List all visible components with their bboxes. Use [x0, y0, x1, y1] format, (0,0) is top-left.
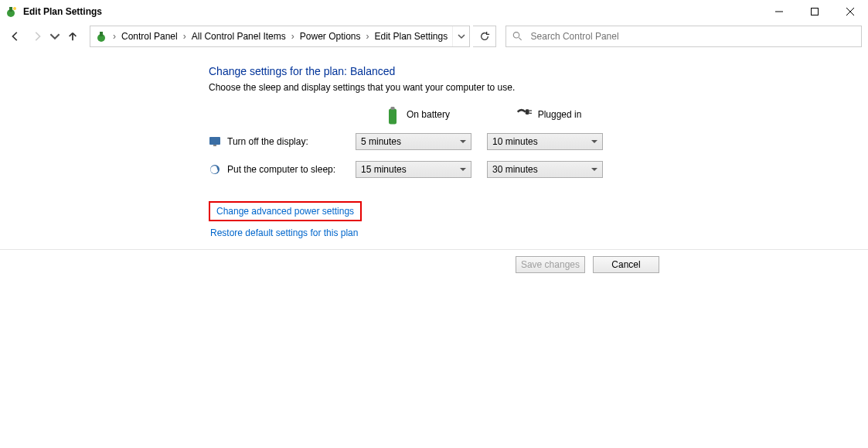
advanced-settings-link[interactable]: Change advanced power settings — [216, 206, 354, 217]
row-sleep-label: Put the computer to sleep: — [209, 163, 348, 176]
title-bar: Edit Plan Settings — [0, 0, 868, 23]
sleep-plugged-select[interactable]: 30 minutes — [487, 161, 603, 178]
page-description: Choose the sleep and display settings th… — [209, 82, 868, 93]
svg-rect-16 — [209, 137, 220, 145]
column-header-battery: On battery — [356, 107, 479, 122]
svg-rect-12 — [390, 107, 394, 110]
maximize-button[interactable] — [797, 0, 832, 23]
nav-bar: › Control Panel › All Control Panel Item… — [0, 23, 868, 50]
display-icon — [209, 135, 221, 148]
breadcrumb-item[interactable]: All Control Panel Items — [187, 28, 291, 45]
refresh-button[interactable] — [473, 26, 496, 47]
column-label: On battery — [407, 109, 450, 120]
save-button[interactable]: Save changes — [516, 256, 585, 273]
recent-locations-dropdown[interactable] — [49, 27, 60, 46]
forward-button[interactable] — [28, 27, 46, 46]
address-bar-icon — [97, 30, 109, 43]
breadcrumb: Control Panel › All Control Panel Items … — [117, 28, 452, 45]
display-plugged-select[interactable]: 10 minutes — [487, 133, 603, 150]
breadcrumb-item[interactable]: Power Options — [295, 28, 366, 45]
footer: Save changes Cancel — [0, 250, 868, 273]
svg-point-2 — [13, 7, 16, 10]
settings-grid: On battery Plugged in Turn off the displ… — [209, 107, 868, 178]
svg-point-9 — [513, 32, 519, 38]
breadcrumb-item[interactable]: Control Panel — [117, 28, 182, 45]
up-button[interactable] — [63, 27, 82, 46]
svg-line-10 — [519, 38, 522, 40]
cancel-button[interactable]: Cancel — [593, 256, 659, 273]
breadcrumb-item[interactable]: Edit Plan Settings — [369, 28, 452, 45]
content-area: Change settings for the plan: Balanced C… — [0, 50, 868, 238]
svg-rect-4 — [812, 9, 819, 15]
sleep-icon — [209, 163, 221, 176]
search-box[interactable] — [505, 26, 862, 47]
row-display-label: Turn off the display: — [209, 135, 348, 148]
page-heading: Change settings for the plan: Balanced — [209, 65, 868, 77]
display-battery-select[interactable]: 5 minutes — [356, 133, 471, 150]
window-title: Edit Plan Settings — [23, 6, 102, 17]
row-label-text: Put the computer to sleep: — [227, 164, 335, 175]
links-section: Change advanced power settings Restore d… — [209, 201, 868, 238]
back-button[interactable] — [6, 27, 25, 46]
column-header-plugged: Plugged in — [487, 107, 611, 122]
restore-defaults-link[interactable]: Restore default settings for this plan — [210, 227, 358, 238]
plug-icon — [516, 107, 532, 122]
search-icon — [512, 31, 523, 42]
row-label-text: Turn off the display: — [227, 136, 308, 147]
address-history-dropdown[interactable] — [452, 26, 469, 46]
svg-rect-13 — [525, 109, 529, 115]
column-label: Plugged in — [538, 109, 582, 120]
svg-rect-17 — [213, 145, 216, 146]
svg-rect-8 — [100, 32, 103, 36]
app-icon — [6, 5, 19, 18]
svg-rect-1 — [9, 7, 12, 12]
close-button[interactable] — [832, 0, 868, 23]
advanced-settings-highlight: Change advanced power settings — [209, 201, 362, 221]
minimize-button[interactable] — [761, 0, 797, 23]
search-input[interactable] — [529, 30, 855, 43]
window-controls — [761, 0, 868, 23]
svg-rect-11 — [389, 109, 397, 125]
battery-icon — [385, 107, 400, 122]
sleep-battery-select[interactable]: 15 minutes — [356, 161, 471, 178]
address-bar[interactable]: › Control Panel › All Control Panel Item… — [90, 26, 470, 47]
